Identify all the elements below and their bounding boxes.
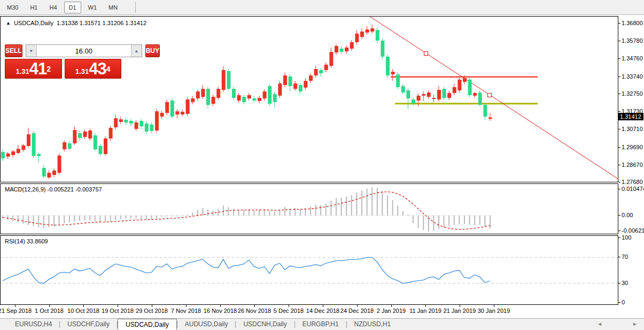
chart-tab-NZDUSD-H1[interactable]: NZDUSD,H1 [347, 319, 399, 330]
date-tick [357, 305, 358, 307]
date-axis-label: 5 Dec 2018 [274, 308, 304, 314]
candle-body [401, 86, 405, 93]
date-tick [49, 305, 50, 307]
price-axis-label-tick [618, 182, 620, 182]
candlestick-chart [1, 17, 618, 182]
candle-body [63, 142, 66, 149]
date-axis-label: 11 Jan 2019 [409, 308, 441, 314]
candle-body [314, 69, 318, 75]
candle-body [457, 80, 461, 90]
candle-body [299, 85, 302, 91]
candle-body [488, 118, 492, 119]
date-axis-label: 21 Sep 2018 [0, 308, 32, 314]
candle-body [355, 34, 359, 42]
date-tick [83, 305, 84, 307]
candle-body [88, 131, 92, 139]
candle-body [78, 133, 82, 138]
candle-body [324, 65, 328, 70]
buy-quote-button[interactable]: 1.31434 [65, 59, 122, 79]
sell-price-prefix: 1.31 [15, 66, 29, 77]
candle-body [252, 98, 256, 101]
candle-body [129, 121, 133, 124]
candle-body [37, 154, 41, 156]
macd-axis-label: 0.010474 [622, 186, 644, 192]
sell-button[interactable]: SELL [5, 44, 22, 57]
one-click-trading-collapse-icon[interactable]: ▲ [6, 20, 11, 26]
sell-quote-button[interactable]: 1.31412 [5, 59, 62, 79]
toolbar-separator [135, 2, 136, 13]
candle-body [47, 173, 51, 178]
trendline-handle-0[interactable] [424, 52, 428, 56]
date-axis-label: 16 Nov 2018 [204, 308, 237, 314]
chart-tab-EURGBP-H1[interactable]: EURGBP,H1 [295, 319, 346, 330]
date-tick [494, 305, 494, 307]
buy-price-prefix: 1.31 [75, 66, 89, 77]
date-axis-label: 30 Jan 2019 [478, 308, 510, 314]
timeframe-tab-H1[interactable]: H1 [25, 2, 42, 13]
price-axis-label: 1.34760 [622, 55, 643, 62]
candle-body [94, 135, 97, 149]
timeframe-tab-MN[interactable]: MN [104, 2, 122, 13]
price-axis-label: 1.29690 [622, 144, 643, 150]
candle-body [309, 75, 313, 81]
trendline-handle-1[interactable] [488, 93, 492, 97]
chart-tab-USDCNH-Daily[interactable]: USDCNH,Daily [236, 319, 294, 330]
timeframe-tab-D1[interactable]: D1 [64, 2, 81, 13]
candle-body [340, 49, 344, 52]
rsi-panel: RSI(14) 33.8609 [0, 235, 618, 305]
chart-symbol-title: USDCAD,Daily [14, 20, 53, 26]
date-tick [186, 305, 187, 307]
rsi-axis-label: 0 [622, 299, 625, 305]
rsi-axis-label-tick [618, 302, 620, 303]
date-axis-label: 24 Dec 2018 [340, 308, 374, 314]
rsi-axis-label-tick [618, 257, 620, 257]
candle-body [370, 28, 374, 32]
candle-body [376, 30, 379, 41]
candle-body [242, 97, 246, 102]
price-axis-label-tick [618, 147, 620, 148]
rsi-axis-label-tick [618, 237, 620, 238]
timeframe-tab-M30[interactable]: M30 [2, 2, 23, 13]
candle-body [443, 89, 446, 98]
price-axis-label: 1.36800 [622, 20, 643, 26]
candle-body [109, 128, 113, 139]
macd-axis-label-tick [618, 215, 620, 216]
candle-body [196, 91, 200, 98]
candle-body [447, 93, 451, 98]
volume-input[interactable] [37, 45, 131, 57]
timeframe-tab-W1[interactable]: W1 [83, 2, 102, 13]
date-axis-label: 21 Jan 2019 [444, 308, 476, 314]
chart-tab-AUDUSD-Daily[interactable]: AUDUSD,Daily [177, 319, 236, 330]
candle-body [1, 152, 5, 158]
candle-body [396, 74, 400, 87]
date-tick [152, 305, 152, 307]
date-axis-label: 1 Oct 2018 [35, 308, 64, 314]
chart-tab-USDCHF-Daily[interactable]: USDCHF,Daily [60, 319, 117, 330]
tab-scroll-left-arrow[interactable]: ◄ [597, 321, 602, 327]
candle-body [329, 52, 333, 66]
main-chart-panel: ▲ USDCAD,Daily 1.31338 1.31571 1.31206 1… [0, 16, 618, 182]
tab-scroll-right-arrow[interactable]: ► [632, 321, 638, 327]
rsi-axis-label: 100 [622, 234, 631, 241]
volume-increase-button[interactable]: ▲ [131, 45, 142, 57]
candle-body [293, 83, 297, 89]
price-axis-label: 1.27680 [622, 179, 643, 185]
price-axis-label: 1.28670 [622, 162, 643, 168]
rsi-axis-label: 30 [622, 280, 628, 286]
candle-body [473, 93, 477, 96]
candle-body [468, 80, 472, 95]
candle-body [155, 111, 159, 131]
macd-panel: MACD(12,26,9) -0.005221 -0.003757 [0, 183, 618, 234]
buy-button[interactable]: BUY [145, 44, 160, 57]
candle-body [186, 99, 190, 114]
timeframe-tab-H4[interactable]: H4 [44, 2, 61, 13]
candle-body [175, 111, 179, 114]
chart-tab-EURUSD-H4[interactable]: EURUSD,H4 [7, 319, 59, 330]
candle-body [350, 42, 354, 49]
date-axis-label: 2 Jan 2019 [377, 308, 406, 314]
candle-body [427, 93, 431, 97]
date-tick [220, 305, 221, 307]
volume-decrease-button[interactable]: ▼ [26, 45, 37, 57]
candle-body [453, 87, 456, 93]
chart-tab-USDCAD-Daily[interactable]: USDCAD,Daily [118, 319, 177, 330]
